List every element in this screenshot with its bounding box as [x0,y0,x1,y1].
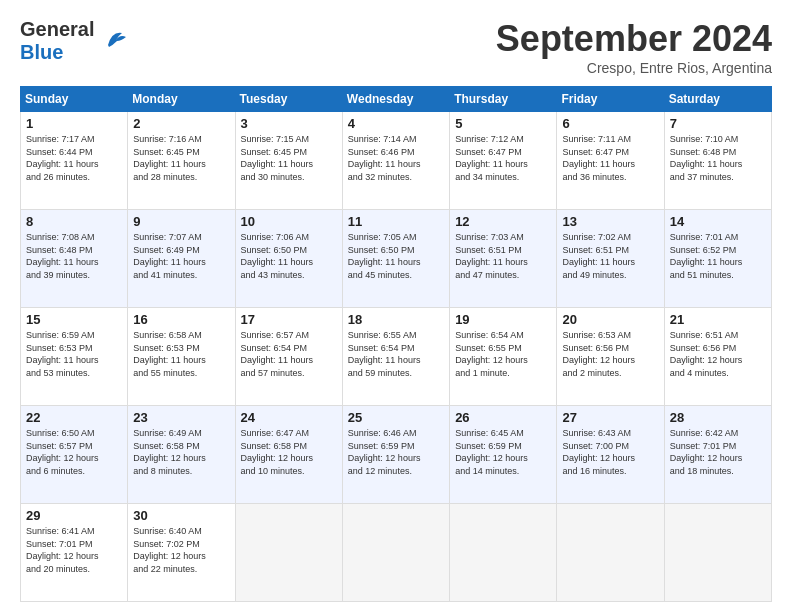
calendar-day-cell: 17Sunrise: 6:57 AMSunset: 6:54 PMDayligh… [235,308,342,406]
day-number: 22 [26,410,122,425]
day-info: Sunrise: 7:14 AMSunset: 6:46 PMDaylight:… [348,133,444,183]
calendar-table: Sunday Monday Tuesday Wednesday Thursday… [20,86,772,602]
calendar-day-cell [450,504,557,602]
calendar-day-cell: 11Sunrise: 7:05 AMSunset: 6:50 PMDayligh… [342,210,449,308]
day-info: Sunrise: 6:43 AMSunset: 7:00 PMDaylight:… [562,427,658,477]
calendar-day-cell: 21Sunrise: 6:51 AMSunset: 6:56 PMDayligh… [664,308,771,406]
calendar-day-cell: 15Sunrise: 6:59 AMSunset: 6:53 PMDayligh… [21,308,128,406]
day-number: 23 [133,410,229,425]
logo-general: General [20,18,94,40]
calendar-day-cell: 12Sunrise: 7:03 AMSunset: 6:51 PMDayligh… [450,210,557,308]
calendar-day-cell [235,504,342,602]
day-info: Sunrise: 6:58 AMSunset: 6:53 PMDaylight:… [133,329,229,379]
day-number: 3 [241,116,337,131]
day-info: Sunrise: 6:51 AMSunset: 6:56 PMDaylight:… [670,329,766,379]
day-info: Sunrise: 6:57 AMSunset: 6:54 PMDaylight:… [241,329,337,379]
calendar-day-cell: 8Sunrise: 7:08 AMSunset: 6:48 PMDaylight… [21,210,128,308]
day-number: 1 [26,116,122,131]
day-number: 13 [562,214,658,229]
calendar-day-cell: 5Sunrise: 7:12 AMSunset: 6:47 PMDaylight… [450,112,557,210]
calendar-week-row: 8Sunrise: 7:08 AMSunset: 6:48 PMDaylight… [21,210,772,308]
header-tuesday: Tuesday [235,87,342,112]
day-number: 14 [670,214,766,229]
calendar-week-row: 15Sunrise: 6:59 AMSunset: 6:53 PMDayligh… [21,308,772,406]
day-info: Sunrise: 7:05 AMSunset: 6:50 PMDaylight:… [348,231,444,281]
calendar-day-cell: 30Sunrise: 6:40 AMSunset: 7:02 PMDayligh… [128,504,235,602]
day-number: 26 [455,410,551,425]
day-info: Sunrise: 6:50 AMSunset: 6:57 PMDaylight:… [26,427,122,477]
weekday-header-row: Sunday Monday Tuesday Wednesday Thursday… [21,87,772,112]
calendar-day-cell: 25Sunrise: 6:46 AMSunset: 6:59 PMDayligh… [342,406,449,504]
day-number: 29 [26,508,122,523]
month-title: September 2024 [496,18,772,60]
day-number: 9 [133,214,229,229]
day-info: Sunrise: 7:12 AMSunset: 6:47 PMDaylight:… [455,133,551,183]
day-info: Sunrise: 6:42 AMSunset: 7:01 PMDaylight:… [670,427,766,477]
header-monday: Monday [128,87,235,112]
calendar-day-cell: 13Sunrise: 7:02 AMSunset: 6:51 PMDayligh… [557,210,664,308]
day-info: Sunrise: 7:16 AMSunset: 6:45 PMDaylight:… [133,133,229,183]
calendar-day-cell: 18Sunrise: 6:55 AMSunset: 6:54 PMDayligh… [342,308,449,406]
logo-blue: Blue [20,41,63,63]
header-friday: Friday [557,87,664,112]
calendar-day-cell: 28Sunrise: 6:42 AMSunset: 7:01 PMDayligh… [664,406,771,504]
day-info: Sunrise: 7:01 AMSunset: 6:52 PMDaylight:… [670,231,766,281]
day-info: Sunrise: 6:40 AMSunset: 7:02 PMDaylight:… [133,525,229,575]
day-number: 27 [562,410,658,425]
day-info: Sunrise: 6:46 AMSunset: 6:59 PMDaylight:… [348,427,444,477]
day-info: Sunrise: 7:08 AMSunset: 6:48 PMDaylight:… [26,231,122,281]
day-info: Sunrise: 6:47 AMSunset: 6:58 PMDaylight:… [241,427,337,477]
day-info: Sunrise: 7:11 AMSunset: 6:47 PMDaylight:… [562,133,658,183]
day-info: Sunrise: 6:49 AMSunset: 6:58 PMDaylight:… [133,427,229,477]
day-info: Sunrise: 7:07 AMSunset: 6:49 PMDaylight:… [133,231,229,281]
calendar-day-cell: 3Sunrise: 7:15 AMSunset: 6:45 PMDaylight… [235,112,342,210]
calendar-day-cell [664,504,771,602]
calendar-day-cell: 24Sunrise: 6:47 AMSunset: 6:58 PMDayligh… [235,406,342,504]
page: General Blue September 2024 Crespo, Entr… [0,0,792,612]
day-number: 8 [26,214,122,229]
day-info: Sunrise: 6:45 AMSunset: 6:59 PMDaylight:… [455,427,551,477]
day-number: 19 [455,312,551,327]
calendar-day-cell: 14Sunrise: 7:01 AMSunset: 6:52 PMDayligh… [664,210,771,308]
header-sunday: Sunday [21,87,128,112]
day-number: 6 [562,116,658,131]
day-info: Sunrise: 7:10 AMSunset: 6:48 PMDaylight:… [670,133,766,183]
day-info: Sunrise: 7:03 AMSunset: 6:51 PMDaylight:… [455,231,551,281]
logo-container: General Blue [20,18,130,64]
calendar-day-cell: 1Sunrise: 7:17 AMSunset: 6:44 PMDaylight… [21,112,128,210]
calendar-day-cell: 29Sunrise: 6:41 AMSunset: 7:01 PMDayligh… [21,504,128,602]
day-number: 4 [348,116,444,131]
day-number: 30 [133,508,229,523]
day-info: Sunrise: 6:55 AMSunset: 6:54 PMDaylight:… [348,329,444,379]
header-thursday: Thursday [450,87,557,112]
day-number: 21 [670,312,766,327]
title-section: September 2024 Crespo, Entre Rios, Argen… [496,18,772,76]
day-info: Sunrise: 6:54 AMSunset: 6:55 PMDaylight:… [455,329,551,379]
day-number: 17 [241,312,337,327]
day-info: Sunrise: 7:06 AMSunset: 6:50 PMDaylight:… [241,231,337,281]
day-number: 20 [562,312,658,327]
day-number: 18 [348,312,444,327]
header-saturday: Saturday [664,87,771,112]
calendar-week-row: 29Sunrise: 6:41 AMSunset: 7:01 PMDayligh… [21,504,772,602]
day-number: 25 [348,410,444,425]
calendar-week-row: 22Sunrise: 6:50 AMSunset: 6:57 PMDayligh… [21,406,772,504]
day-info: Sunrise: 6:41 AMSunset: 7:01 PMDaylight:… [26,525,122,575]
calendar-day-cell: 2Sunrise: 7:16 AMSunset: 6:45 PMDaylight… [128,112,235,210]
day-number: 5 [455,116,551,131]
day-number: 16 [133,312,229,327]
day-info: Sunrise: 7:17 AMSunset: 6:44 PMDaylight:… [26,133,122,183]
day-number: 12 [455,214,551,229]
day-number: 24 [241,410,337,425]
header-wednesday: Wednesday [342,87,449,112]
calendar-day-cell: 4Sunrise: 7:14 AMSunset: 6:46 PMDaylight… [342,112,449,210]
calendar-day-cell [557,504,664,602]
calendar-day-cell [342,504,449,602]
day-number: 2 [133,116,229,131]
calendar-day-cell: 27Sunrise: 6:43 AMSunset: 7:00 PMDayligh… [557,406,664,504]
calendar-day-cell: 10Sunrise: 7:06 AMSunset: 6:50 PMDayligh… [235,210,342,308]
day-info: Sunrise: 7:02 AMSunset: 6:51 PMDaylight:… [562,231,658,281]
calendar-day-cell: 26Sunrise: 6:45 AMSunset: 6:59 PMDayligh… [450,406,557,504]
calendar-day-cell: 6Sunrise: 7:11 AMSunset: 6:47 PMDaylight… [557,112,664,210]
calendar-day-cell: 20Sunrise: 6:53 AMSunset: 6:56 PMDayligh… [557,308,664,406]
